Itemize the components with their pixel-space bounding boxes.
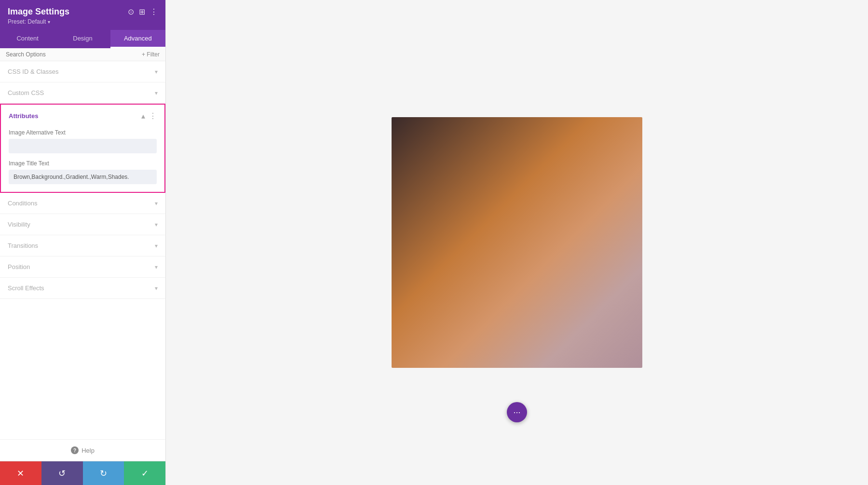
more-actions-icon: ··· (513, 407, 520, 418)
accordion-visibility: Visibility ▾ (0, 214, 165, 235)
cancel-icon: ✕ (17, 468, 24, 479)
bottom-toolbar: ✕ ↺ ↻ ✓ (0, 461, 165, 485)
accordion-list: CSS ID & Classes ▾ Custom CSS ▾ Attribut… (0, 61, 165, 439)
accordion-css-id-header[interactable]: CSS ID & Classes ▾ (0, 61, 165, 82)
accordion-visibility-title: Visibility (8, 221, 30, 228)
chevron-down-icon: ▾ (155, 221, 158, 228)
chevron-down-icon: ▾ (155, 200, 158, 207)
accordion-transitions: Transitions ▾ (0, 235, 165, 256)
tab-bar: Content Design Advanced (0, 30, 165, 48)
undo-icon: ↺ (58, 468, 66, 479)
accordion-position: Position ▾ (0, 256, 165, 278)
cancel-button[interactable]: ✕ (0, 461, 41, 485)
accordion-transitions-header[interactable]: Transitions ▾ (0, 235, 165, 256)
panel-title: Image Settings (8, 7, 69, 17)
tab-content[interactable]: Content (0, 30, 55, 48)
accordion-conditions: Conditions ▾ (0, 193, 165, 214)
alt-text-label: Image Alternative Text (9, 129, 157, 136)
attributes-title: Attributes (9, 112, 38, 120)
chevron-down-icon: ▾ (155, 285, 158, 292)
chevron-down-icon: ▾ (155, 264, 158, 270)
accordion-custom-css-header[interactable]: Custom CSS ▾ (0, 82, 165, 103)
image-preview (392, 117, 642, 368)
accordion-custom-css-title: Custom CSS (8, 89, 44, 96)
main-canvas: ··· (166, 0, 868, 485)
title-text-input[interactable] (9, 170, 157, 184)
chevron-up-icon[interactable]: ▴ (141, 111, 145, 121)
sidebar-footer: ? Help (0, 439, 165, 461)
floating-action-button[interactable]: ··· (507, 402, 527, 422)
tab-advanced[interactable]: Advanced (110, 30, 165, 48)
attributes-controls: ▴ ⋮ (141, 111, 157, 121)
accordion-custom-css: Custom CSS ▾ (0, 82, 165, 104)
title-text-label: Image Title Text (9, 160, 157, 167)
help-icon: ? (71, 446, 79, 454)
preset-label[interactable]: Preset: Default ▾ (8, 18, 158, 25)
undo-button[interactable]: ↺ (41, 461, 83, 485)
redo-button[interactable]: ↻ (83, 461, 124, 485)
tab-design[interactable]: Design (55, 30, 110, 48)
accordion-scroll-effects-title: Scroll Effects (8, 284, 44, 292)
help-label: Help (81, 447, 95, 454)
accordion-css-id: CSS ID & Classes ▾ (0, 61, 165, 82)
columns-icon[interactable]: ⊞ (139, 7, 145, 16)
accordion-css-id-title: CSS ID & Classes (8, 68, 58, 75)
search-bar: + Filter (0, 48, 165, 61)
redo-icon: ↻ (100, 468, 107, 479)
preset-caret: ▾ (48, 19, 50, 25)
accordion-conditions-title: Conditions (8, 200, 37, 207)
more-options-icon[interactable]: ⋮ (150, 7, 158, 16)
chevron-down-icon: ▾ (155, 90, 158, 96)
accordion-position-title: Position (8, 263, 30, 270)
accordion-scroll-effects: Scroll Effects ▾ (0, 278, 165, 299)
attributes-body: Image Alternative Text Image Title Text (1, 127, 164, 192)
header-icons: ⊙ ⊞ ⋮ (128, 7, 158, 16)
accordion-position-header[interactable]: Position ▾ (0, 256, 165, 277)
search-input[interactable] (6, 51, 142, 58)
save-button[interactable]: ✓ (124, 461, 165, 485)
accordion-transitions-title: Transitions (8, 242, 38, 249)
accordion-conditions-header[interactable]: Conditions ▾ (0, 193, 165, 214)
accordion-visibility-header[interactable]: Visibility ▾ (0, 214, 165, 235)
save-icon: ✓ (141, 468, 149, 479)
panel-header: Image Settings ⊙ ⊞ ⋮ Preset: Default ▾ (0, 0, 165, 30)
filter-button[interactable]: + Filter (142, 51, 160, 58)
attributes-more-icon[interactable]: ⋮ (149, 111, 157, 121)
alt-text-input[interactable] (9, 139, 157, 153)
chevron-down-icon: ▾ (155, 68, 158, 75)
chevron-down-icon: ▾ (155, 242, 158, 249)
attributes-header: Attributes ▴ ⋮ (1, 105, 164, 127)
target-icon[interactable]: ⊙ (128, 7, 134, 16)
help-link[interactable]: ? Help (7, 446, 159, 454)
accordion-scroll-effects-header[interactable]: Scroll Effects ▾ (0, 278, 165, 298)
attributes-section: Attributes ▴ ⋮ Image Alternative Text Im… (0, 104, 165, 193)
